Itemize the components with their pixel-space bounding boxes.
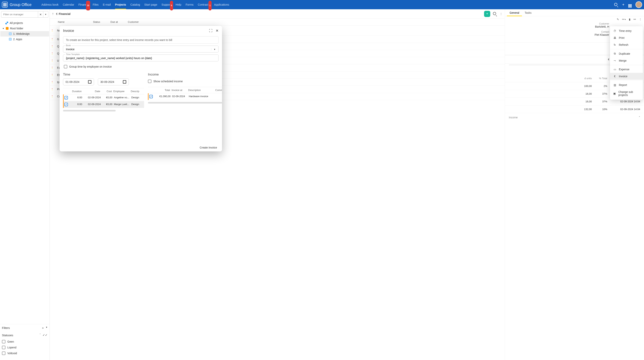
nav-applications[interactable]: Applications [212, 0, 231, 9]
col-invoice-at[interactable]: Invoice at [171, 87, 188, 93]
attach-link-icon[interactable]: ⚯ [634, 18, 636, 21]
add-icon[interactable]: + [622, 2, 624, 7]
nav-support[interactable]: Support6 [159, 0, 174, 9]
apps-grid-icon[interactable] [628, 2, 632, 7]
date-to-field[interactable]: 30-09-2024 [98, 78, 129, 85]
back-icon[interactable]: ↑ [52, 12, 54, 16]
nav-catalog[interactable]: Catalog [128, 0, 142, 9]
menu-duplicate[interactable]: ⧉Duplicate [610, 50, 643, 57]
nav-address-book[interactable]: Address book [39, 0, 61, 9]
tab-tasks[interactable]: Tasks [522, 9, 534, 16]
status-label: Geen [7, 340, 14, 343]
col-percent[interactable]: % Total [592, 77, 607, 80]
col-duration[interactable]: Duration [69, 88, 82, 94]
col-units[interactable]: d units [509, 77, 592, 80]
time-row[interactable]: ✓6:0002-09-2024€0,00Angeline vo...Design [63, 94, 144, 101]
avatar[interactable] [636, 1, 642, 8]
more-icon[interactable]: ⋮ [639, 18, 642, 21]
statuses-title: Statuses [2, 334, 13, 337]
collapse-icon[interactable]: ˄ [639, 116, 640, 119]
scrollbar[interactable] [63, 110, 116, 111]
col-date[interactable]: Date [82, 88, 101, 94]
status-checkbox[interactable] [2, 340, 6, 343]
col-cost[interactable]: Cost [101, 88, 112, 94]
menu-refresh[interactable]: ↻Refresh [610, 41, 643, 48]
chevron-up-icon[interactable]: ˄ [40, 333, 40, 337]
add-filter-icon[interactable]: + [42, 326, 44, 330]
brand-name: Group Office [10, 2, 32, 7]
nav-calendar[interactable]: Calendar [61, 0, 76, 9]
menu-merge[interactable]: ⤳Merge [610, 57, 643, 64]
nav-help[interactable]: Help [174, 0, 184, 9]
tab-general[interactable]: General [507, 9, 522, 16]
nav-files[interactable]: Files [90, 0, 101, 9]
tree-all-projects[interactable]: All projects [0, 20, 49, 26]
row-checkbox[interactable]: ✓ [64, 103, 68, 106]
nav-forms[interactable]: Forms [184, 0, 196, 9]
col-customer[interactable]: Customer [126, 18, 505, 25]
data-row[interactable]: 132,0010%02-09-2024 14:04 [505, 105, 644, 113]
date-from-field[interactable]: 01-09-2024 [63, 78, 94, 85]
group-by-employee-checkbox[interactable] [64, 65, 67, 68]
book-field[interactable]: Book ▼ [63, 46, 218, 52]
status-checkbox[interactable] [2, 352, 6, 355]
time-template-field[interactable]: Time Template [63, 54, 218, 61]
badge: 10 [86, 1, 90, 10]
show-scheduled-checkbox[interactable] [148, 80, 152, 83]
col-description[interactable]: Description [188, 87, 214, 93]
project-icon [9, 32, 12, 35]
status-label: Voltooid [7, 352, 17, 355]
clear-filter-button[interactable]: ✕ [38, 11, 43, 17]
create-invoice-button[interactable]: Create invoice [200, 146, 217, 149]
menu-report[interactable]: ▥Report [610, 81, 643, 88]
book-input[interactable] [66, 48, 211, 51]
tree-project-webdesign[interactable]: 1. Webdesign [0, 31, 49, 36]
project-icon [9, 38, 12, 40]
search-icon[interactable] [493, 12, 497, 16]
filter-dropdown-button[interactable]: ▼ [43, 11, 48, 17]
status-checkbox[interactable] [2, 346, 6, 349]
menu-print[interactable]: 🖶Print [610, 34, 643, 41]
col-description[interactable]: Descrip [130, 88, 144, 94]
app-logo[interactable] [2, 2, 8, 7]
link-icon[interactable]: ⚯ ▾ [622, 18, 626, 21]
nav-contracts[interactable]: Contracts1 [196, 0, 212, 9]
nav-projects[interactable]: Projects [113, 0, 128, 9]
more-icon[interactable]: ⋮ [500, 12, 502, 15]
row-checkbox[interactable]: ✓ [64, 96, 68, 99]
nav-e-mail[interactable]: E-mail [101, 0, 113, 9]
time-template-input[interactable] [66, 57, 216, 60]
show-scheduled-label: Show scheduled income [153, 80, 183, 83]
menu-expense[interactable]: ▭Expense [610, 66, 643, 73]
tree-root-folder[interactable]: ▼ Root folder [0, 26, 49, 31]
manager-filter-input[interactable] [1, 11, 38, 17]
time-row[interactable]: ✓6:0002-09-2024€0,00Marge Lueil...Design [63, 101, 144, 108]
col-comment[interactable]: Commen [214, 87, 222, 93]
calendar-icon[interactable] [88, 80, 92, 84]
nav-start-page[interactable]: Start page [142, 0, 159, 9]
nav-finance[interactable]: Finance10 [76, 0, 91, 9]
scrollbar[interactable] [148, 102, 222, 104]
menu-invoice[interactable]: €Invoice [610, 73, 643, 80]
income-row[interactable]: ✓€1.090,0002-09-2024Hardware invoice [148, 93, 222, 100]
filters-menu-icon[interactable]: ▼ [46, 326, 48, 330]
row-checkbox[interactable]: ✓ [149, 95, 153, 98]
check-all-icon[interactable]: ✓✓ [42, 333, 48, 337]
tree-project-apps[interactable]: 2. Apps [0, 36, 49, 42]
folder-icon[interactable]: ▮ [629, 18, 630, 21]
col-name[interactable]: Name [56, 18, 91, 25]
search-icon[interactable] [614, 2, 618, 7]
calendar-icon[interactable] [123, 80, 126, 84]
tree-label: 2. Apps [13, 38, 22, 41]
fullscreen-icon[interactable]: ⛶ [209, 29, 212, 33]
menu-time-entry[interactable]: ⏱Time entry [610, 27, 643, 34]
menu-change-sub-projects[interactable]: ▣Change sub projects [610, 88, 643, 99]
close-icon[interactable]: ✕ [216, 28, 218, 33]
col-due[interactable]: Due at [108, 18, 126, 25]
col-status[interactable]: Status [91, 18, 108, 25]
add-button[interactable]: + [484, 11, 490, 17]
chevron-down-icon[interactable]: ▼ [211, 48, 216, 50]
col-employee[interactable]: Employee [112, 88, 130, 94]
col-total[interactable]: Total [154, 87, 171, 93]
edit-icon[interactable]: ✎ [617, 18, 619, 21]
